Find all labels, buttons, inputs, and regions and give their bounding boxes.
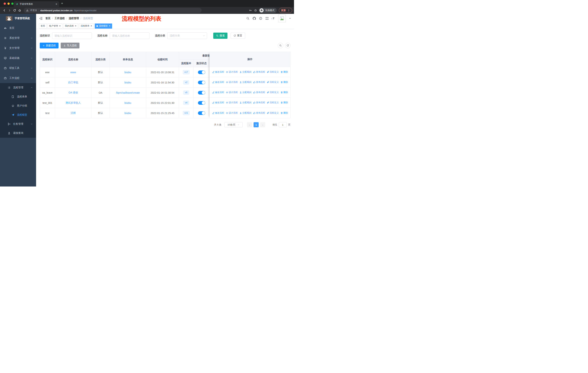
sidebar-item-user[interactable]: 请假查询	[0, 129, 36, 138]
action-publish[interactable]: 发布流程	[253, 71, 265, 74]
tab-close-icon[interactable]: ✕	[55, 3, 57, 5]
close-icon[interactable]: ✕	[75, 25, 76, 27]
process-key-input[interactable]	[52, 32, 92, 39]
action-publish[interactable]: 发布流程	[253, 101, 265, 104]
action-publish[interactable]: 发布流程	[253, 91, 265, 94]
action-edit[interactable]: 修改流程	[212, 101, 224, 104]
active-toggle[interactable]	[198, 81, 205, 84]
bookmark-star-icon[interactable]	[254, 9, 257, 12]
forward-button[interactable]	[7, 8, 12, 13]
action-publish[interactable]: 发布流程	[253, 81, 265, 84]
sidebar-item-tree[interactable]: 任务管理	[0, 120, 36, 129]
action-edit[interactable]: 修改流程	[212, 81, 224, 84]
close-window-button[interactable]	[4, 2, 6, 5]
sidebar-fold-icon[interactable]	[39, 17, 43, 20]
action-definition[interactable]: 流程定义	[267, 81, 279, 84]
home-button[interactable]	[17, 8, 22, 13]
category-select[interactable]: 流程分类	[167, 32, 207, 39]
tag-item[interactable]: 首页	[39, 23, 47, 29]
cell-form-link[interactable]: /bpm/oa/leave/create	[116, 91, 140, 94]
action-delete[interactable]: 删除	[281, 81, 288, 84]
security-label[interactable]: 不安全	[30, 9, 37, 12]
cell-form-link[interactable]: biubiu	[125, 71, 131, 74]
browser-update-button[interactable]: 更新 ⋮	[279, 8, 292, 13]
font-size-icon[interactable]	[272, 17, 275, 20]
reload-button[interactable]	[12, 8, 17, 13]
active-toggle[interactable]	[198, 91, 205, 94]
tag-active[interactable]: 流程模型✕	[95, 23, 112, 29]
active-toggle[interactable]	[198, 101, 205, 105]
search-icon[interactable]	[246, 17, 250, 20]
cell-name-link[interactable]: 测试多审批人	[66, 101, 81, 104]
tag-item[interactable]: 流程表单✕	[79, 23, 94, 29]
prev-page-button[interactable]: ‹	[247, 122, 252, 127]
import-process-button[interactable]: 导入流程	[61, 43, 79, 49]
page-size-select[interactable]: 10条/页	[224, 122, 243, 127]
back-button[interactable]	[2, 8, 7, 13]
sidebar-item-briefcase[interactable]: 工作流程	[0, 73, 36, 83]
action-delete[interactable]: 删除	[281, 91, 288, 94]
fullscreen-icon[interactable]	[265, 17, 269, 20]
sidebar-item-face[interactable]: 用户分组	[0, 101, 36, 110]
cell-name-link[interactable]: OA 请假	[69, 91, 78, 94]
sidebar-item-monitor[interactable]: 基础设施	[0, 53, 36, 63]
action-edit[interactable]: 修改流程	[212, 71, 224, 74]
action-assign[interactable]: 分配规则	[240, 71, 252, 74]
new-tab-button[interactable]: +	[61, 2, 63, 5]
action-edit[interactable]: 修改流程	[212, 91, 224, 94]
action-assign[interactable]: 分配规则	[240, 111, 252, 115]
cell-name-link[interactable]: 自己审批	[68, 81, 78, 84]
cell-form-link[interactable]: biubiu	[125, 101, 131, 104]
reset-button[interactable]: 重置	[231, 33, 245, 39]
action-definition[interactable]: 流程定义	[267, 101, 279, 104]
active-toggle[interactable]	[198, 111, 205, 115]
breadcrumb-item[interactable]: 工作流程	[54, 17, 65, 20]
action-delete[interactable]: 删除	[281, 101, 288, 104]
cell-name-link[interactable]: 滔博	[71, 111, 76, 114]
action-definition[interactable]: 流程定义	[267, 71, 279, 74]
action-assign[interactable]: 分配规则	[240, 81, 252, 84]
sidebar-item-yen[interactable]: 支付管理	[0, 43, 36, 53]
action-publish[interactable]: 发布流程	[253, 111, 265, 115]
breadcrumb-item[interactable]: 首页	[45, 17, 51, 20]
create-process-button[interactable]: 新建流程	[40, 43, 59, 49]
action-design[interactable]: 设计流程	[226, 71, 238, 74]
tag-item[interactable]: 我的流程✕	[63, 23, 78, 29]
browser-menu-icon[interactable]: ⋮	[287, 9, 290, 12]
close-icon[interactable]: ✕	[109, 25, 110, 27]
address-bar[interactable]: 不安全 dashboard.yudao.iocoder.cn/bpm/manag…	[24, 8, 202, 13]
refresh-table-button[interactable]	[285, 43, 291, 48]
close-icon[interactable]: ✕	[59, 25, 61, 27]
close-icon[interactable]: ✕	[90, 25, 92, 27]
action-definition[interactable]: 流程定义	[267, 111, 279, 115]
sidebar-item-list[interactable]: 流程管理	[0, 83, 36, 92]
app-logo[interactable]: 芋道管理系统	[0, 14, 36, 23]
sidebar-item-gear[interactable]: 系统管理	[0, 33, 36, 43]
show-search-button[interactable]	[278, 43, 283, 48]
maximize-window-button[interactable]	[11, 2, 13, 5]
active-toggle[interactable]	[198, 71, 205, 74]
action-design[interactable]: 设计流程	[226, 91, 238, 94]
action-design[interactable]: 设计流程	[226, 111, 238, 115]
action-delete[interactable]: 删除	[281, 111, 288, 115]
action-definition[interactable]: 流程定义	[267, 91, 279, 94]
breadcrumb-item[interactable]: 流程管理	[69, 17, 79, 20]
next-page-button[interactable]: ›	[260, 122, 265, 127]
password-key-icon[interactable]	[249, 9, 252, 12]
sidebar-item-briefcase[interactable]: 研发工具	[0, 63, 36, 73]
sidebar-item-dashboard[interactable]: 首页	[0, 23, 36, 33]
action-design[interactable]: 设计流程	[226, 81, 238, 84]
action-design[interactable]: 设计流程	[226, 101, 238, 104]
github-icon[interactable]	[253, 17, 256, 20]
action-delete[interactable]: 删除	[281, 71, 288, 74]
action-edit[interactable]: 修改流程	[212, 111, 224, 115]
tag-item[interactable]: 租户管理✕	[48, 23, 62, 29]
browser-tab[interactable]: 芋道管理系统 ✕	[14, 1, 59, 7]
goto-page-input[interactable]	[279, 122, 287, 127]
cell-form-link[interactable]: biubiu	[125, 112, 131, 115]
process-name-input[interactable]	[110, 32, 149, 39]
cell-form-link[interactable]: biubiu	[125, 81, 131, 84]
minimize-window-button[interactable]	[8, 2, 10, 5]
sidebar-item-doc-edit[interactable]: 流程表单	[0, 92, 36, 101]
avatar-caret-down-icon[interactable]	[289, 17, 291, 20]
